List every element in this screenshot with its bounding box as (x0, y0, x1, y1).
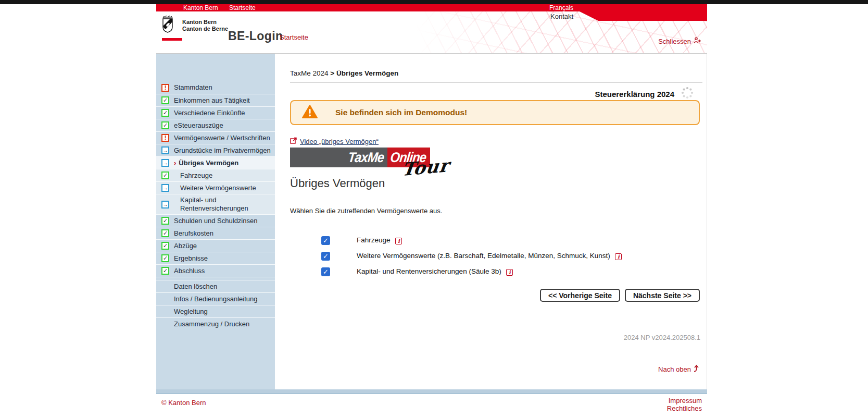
contact-link[interactable]: Kontakt (550, 13, 573, 20)
sidebar-item-status-icon (161, 84, 169, 92)
arrow-up-icon (693, 364, 700, 374)
external-link-icon (290, 137, 297, 145)
sidebar-item-label: Ergebnisse (174, 253, 210, 264)
rechtliches-link[interactable]: Rechtliches (667, 404, 702, 412)
sidebar-item-label: Abschluss (174, 265, 207, 277)
sidebar-item-status-icon (161, 267, 169, 275)
sidebar-item-label: Zusammenzug / Drucken (174, 318, 251, 330)
info-icon[interactable]: i (615, 253, 622, 260)
taxme-online-tour-banner[interactable]: TaxMe Online Tour (290, 148, 430, 167)
sidebar-item-status-icon (161, 184, 169, 192)
sidebar-item-status-icon (161, 96, 169, 104)
sidebar-item-status-icon (161, 159, 169, 167)
asset-option-row: Kapital- und Rentenversicherungen (Säule… (275, 266, 707, 282)
topbar-home-link[interactable]: Startseite (229, 4, 256, 11)
sidebar-item-label: Wegleitung (174, 306, 210, 317)
red-underline-decoration (162, 38, 182, 41)
back-to-top-link[interactable]: Nach oben (658, 364, 700, 374)
copyright-label: © Kanton Bern (161, 399, 206, 407)
sidebar-item-label: Übriges Vermögen (179, 157, 241, 169)
asset-option-row: Weitere Vermögenswerte (z.B. Barschaft, … (275, 251, 707, 266)
topbar-brand-link[interactable]: Kanton Bern (183, 4, 218, 11)
header: Kontakt Kanton Bern Canton de Berne BE-L… (156, 11, 707, 54)
asset-option-row: Fahrzeuge i (275, 235, 707, 251)
top-red-bar: Kanton Bern Startseite Français (156, 4, 707, 11)
demo-mode-warning-text: Sie befinden sich im Demomodus! (335, 108, 467, 117)
previous-page-button[interactable]: << Vorherige Seite (540, 289, 620, 302)
sidebar-item-grundst-cke-im-privatverm-gen[interactable]: Grundstücke im Privatvermögen (156, 144, 275, 156)
main-content: TaxMe 2024 > Übriges Vermögen Steuererkl… (275, 54, 707, 389)
sidebar-item-label: Grundstücke im Privatvermögen (174, 145, 273, 156)
app-title: BE-Login (228, 29, 283, 43)
video-link[interactable]: Video „übriges Vermögen“ (290, 137, 379, 145)
asset-checkbox[interactable] (321, 267, 330, 276)
sidebar-item-label: Einkommen aus Tätigkeit (174, 95, 252, 106)
header-startseite-link[interactable]: Startseite (280, 33, 308, 41)
sidebar-item-fahrzeuge[interactable]: Fahrzeuge (156, 169, 275, 181)
sidebar-item-label: eSteuerauszüge (174, 120, 225, 131)
sidebar-item-stammdaten[interactable]: Stammdaten (156, 81, 275, 94)
intro-text: Wählen Sie die zutreffenden Vermögenswer… (290, 207, 442, 215)
asset-checkbox-label: Weitere Vermögenswerte (z.B. Barschaft, … (357, 252, 622, 260)
sidebar-item-kapital-und-rentenversicherungen[interactable]: Kapital- und Rentenversicherungen (156, 194, 275, 214)
sidebar-item-status-icon (161, 121, 169, 129)
loading-spinner-icon (681, 86, 694, 102)
sidebar-item-daten-l-schen[interactable]: Daten löschen (156, 280, 275, 292)
sidebar-item-weitere-verm-genswerte[interactable]: Weitere Vermögenswerte (156, 181, 275, 194)
sidebar-item-label: Abzüge (174, 240, 199, 252)
language-link-francais[interactable]: Français (549, 4, 573, 11)
sidebar-item-status-icon (161, 201, 169, 208)
sidebar-item-infos-bedienungsanleitung[interactable]: Infos / Bedienungsanleitung (156, 292, 275, 305)
sidebar-item-status-icon (161, 254, 169, 262)
sidebar-item-wegleitung[interactable]: Wegleitung (156, 305, 275, 317)
sidebar-navigation: Stammdaten Einkommen aus Tätigkeit Versc… (156, 54, 275, 389)
sidebar-item-status-icon (161, 146, 169, 154)
asset-checkbox-label: Kapital- und Rentenversicherungen (Säule… (357, 267, 513, 276)
banner-gray-box: TaxMe (290, 148, 387, 167)
sidebar-item-briges-verm-gen[interactable]: › Übriges Vermögen (156, 156, 275, 169)
sidebar-item-label: Vermögenswerte / Wertschriften (174, 132, 272, 144)
info-icon[interactable]: i (506, 269, 513, 276)
red-corner-shape (580, 11, 707, 21)
impressum-link[interactable]: Impressum (667, 397, 702, 404)
page-title: Übriges Vermögen (290, 177, 385, 190)
sidebar-item-status-icon (161, 134, 169, 142)
bern-coat-of-arms-icon (161, 15, 174, 36)
sidebar-item-label: Berufskosten (174, 228, 216, 239)
sidebar-item-abz-ge[interactable]: Abzüge (156, 239, 275, 252)
asset-checkbox[interactable] (321, 252, 330, 261)
breadcrumb: TaxMe 2024 > Übriges Vermögen (290, 69, 398, 77)
sidebar-item-label: Schulden und Schuldzinsen (174, 215, 259, 227)
asset-checkbox[interactable] (321, 236, 330, 245)
schliessen-link[interactable]: Schliessen (658, 37, 701, 46)
declaration-year-label: Steuererklärung 2024 (595, 90, 674, 99)
sidebar-item-abschluss[interactable]: Abschluss (156, 264, 275, 277)
sidebar-item-label: Kapital- und Rentenversicherungen (180, 194, 275, 214)
footer-divider-bar (156, 389, 707, 394)
info-icon[interactable]: i (395, 238, 402, 244)
page: Kanton Bern Startseite Français Kontakt … (0, 0, 868, 417)
sidebar-item-zusammenzug-drucken[interactable]: Zusammenzug / Drucken (156, 317, 275, 330)
window-top-strip (0, 0, 868, 4)
sidebar-item-label: Fahrzeuge (180, 170, 215, 181)
version-label: 2024 NP v2024.202508.1 (624, 334, 700, 341)
warning-triangle-icon (302, 105, 318, 121)
sidebar-item-status-icon (161, 217, 169, 225)
sidebar-item-ergebnisse[interactable]: Ergebnisse (156, 252, 275, 264)
sidebar-item-schulden-und-schuldzinsen[interactable]: Schulden und Schuldzinsen (156, 214, 275, 227)
asset-checkbox-label: Fahrzeuge i (357, 236, 402, 244)
sidebar-item-einkommen-aus-t-tigkeit[interactable]: Einkommen aus Tätigkeit (156, 94, 275, 106)
sidebar-item-label: Verschiedene Einkünfte (174, 107, 247, 119)
sidebar-item-verschiedene-eink-nfte[interactable]: Verschiedene Einkünfte (156, 106, 275, 119)
next-page-button[interactable]: Nächste Seite >> (625, 289, 700, 302)
sidebar-item-label: Stammdaten (174, 82, 215, 93)
sidebar-item-esteuerausz-ge[interactable]: eSteuerauszüge (156, 119, 275, 131)
footer: © Kanton Bern Impressum Rechtliches (156, 394, 707, 417)
breadcrumb-divider (290, 82, 702, 83)
sidebar-item-verm-genswerte-wertschriften[interactable]: Vermögenswerte / Wertschriften (156, 131, 275, 144)
sidebar-item-status-icon (161, 229, 169, 237)
demo-mode-warning-banner: Sie befinden sich im Demomodus! (290, 100, 700, 125)
sidebar-item-berufskosten[interactable]: Berufskosten (156, 227, 275, 239)
asset-checkbox-list: Fahrzeuge i Weitere Vermögenswerte (z.B.… (275, 235, 707, 282)
sidebar-item-label: Infos / Bedienungsanleitung (174, 293, 259, 305)
